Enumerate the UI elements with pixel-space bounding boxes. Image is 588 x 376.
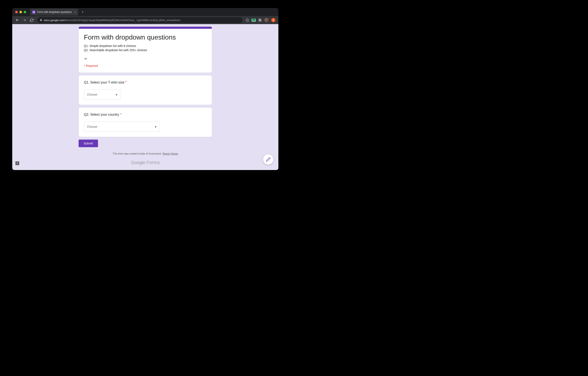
- forms-favicon-icon: [32, 10, 35, 14]
- url-field[interactable]: docs.google.com/forms/d/e/1FAIpQLSeeprWy…: [37, 17, 242, 23]
- form-description: Q1. Simple dropdown list with 6 choices …: [84, 44, 207, 61]
- profile-avatar-icon[interactable]: [264, 18, 269, 22]
- google-forms-brand[interactable]: Google Forms: [79, 160, 212, 165]
- close-tab-icon[interactable]: ×: [74, 10, 76, 14]
- tab-title: Form with dropdown questions: [37, 11, 72, 13]
- question-card-q1: Q1. Select your T-shirt size * Choose: [79, 75, 212, 105]
- tab-bar: Form with dropdown questions × +: [12, 8, 278, 16]
- svg-rect-3: [34, 12, 35, 12]
- new-tab-button[interactable]: +: [82, 10, 84, 14]
- submit-button[interactable]: Submit: [79, 140, 98, 147]
- url-text: docs.google.com/forms/d/e/1FAIpQLSeeprWy…: [44, 19, 180, 22]
- required-star: *: [125, 81, 126, 84]
- question-title-q2: Q2. Select your country *: [84, 113, 207, 117]
- chevron-down-icon: [155, 125, 157, 129]
- close-window-button[interactable]: [15, 11, 18, 13]
- window-controls: [15, 11, 26, 13]
- maximize-window-button[interactable]: [24, 11, 26, 13]
- address-bar: docs.google.com/forms/d/e/1FAIpQLSeeprWy…: [12, 16, 278, 24]
- tshirt-size-dropdown[interactable]: Choose: [84, 89, 121, 100]
- dropdown-placeholder: Choose: [87, 125, 97, 128]
- form-title: Form with dropdown questions: [84, 33, 207, 41]
- browser-window: Form with dropdown questions × + docs.go…: [12, 8, 278, 170]
- edit-form-button[interactable]: [263, 154, 273, 165]
- reload-button[interactable]: [29, 17, 35, 23]
- dropdown-placeholder: Choose: [87, 93, 97, 96]
- minimize-window-button[interactable]: [20, 11, 22, 13]
- back-button[interactable]: [14, 17, 20, 23]
- browser-tab[interactable]: Form with dropdown questions ×: [30, 9, 78, 15]
- forward-button[interactable]: [21, 17, 27, 23]
- svg-rect-5: [34, 13, 35, 13]
- svg-rect-4: [33, 13, 33, 13]
- question-title-q1: Q1. Select your T-shirt size *: [84, 81, 207, 84]
- toolbar-icons: [245, 18, 275, 22]
- chevron-down-icon: [116, 93, 118, 96]
- svg-rect-2: [33, 12, 33, 12]
- country-dropdown[interactable]: Choose: [84, 122, 160, 132]
- update-notification-icon[interactable]: [271, 18, 275, 22]
- mail-extension-icon[interactable]: [252, 18, 256, 22]
- required-legend: * Required: [84, 64, 207, 67]
- page-content: Form with dropdown questions Q1. Simple …: [12, 24, 278, 170]
- extensions-icon[interactable]: [258, 18, 262, 22]
- feedback-button[interactable]: !: [15, 161, 19, 165]
- svg-rect-1: [34, 11, 35, 12]
- bookmark-star-icon[interactable]: [245, 18, 249, 22]
- question-card-q2: Q2. Select your country * Choose: [79, 107, 212, 137]
- required-star: *: [120, 113, 121, 116]
- svg-rect-0: [33, 11, 33, 12]
- footer-note: This form was created inside of Guesswor…: [79, 152, 212, 155]
- form-container: Form with dropdown questions Q1. Simple …: [79, 27, 212, 165]
- lock-icon: [40, 18, 42, 22]
- form-header-card: Form with dropdown questions Q1. Simple …: [79, 27, 212, 73]
- svg-marker-6: [246, 19, 249, 22]
- report-abuse-link[interactable]: Report Abuse: [163, 152, 178, 155]
